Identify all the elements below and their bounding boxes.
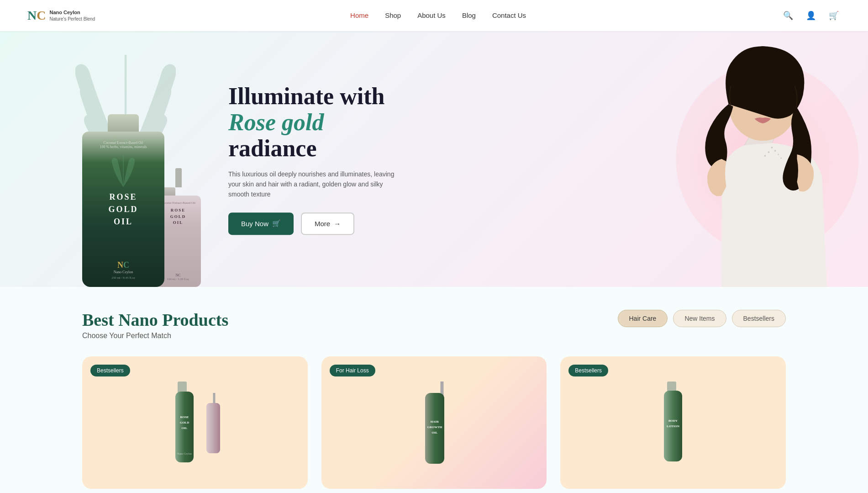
small-bottle-ingredient: Coconut Extract-Based Oil: [161, 201, 195, 205]
nav-link-shop[interactable]: Shop: [385, 11, 401, 19]
filter-hair-care[interactable]: Hair Care: [618, 310, 668, 327]
svg-point-10: [774, 150, 776, 152]
woman-figure-svg: [390, 31, 868, 287]
bottle-ingredient-text: Coconut Extract-Based Oil100 % herbs, vi…: [100, 141, 147, 149]
svg-point-12: [768, 151, 770, 153]
more-button[interactable]: More →: [301, 212, 354, 235]
search-button[interactable]: 🔍: [781, 9, 795, 22]
nav-link-blog[interactable]: Blog: [462, 11, 476, 19]
hero-model-area: [390, 31, 868, 287]
product-card-2[interactable]: For Hair Loss HAIR GROWTH OIL: [321, 356, 547, 489]
svg-point-14: [764, 155, 766, 157]
nav-item-contact[interactable]: Contact Us: [492, 11, 526, 20]
products-subtitle: Choose Your Perfect Match: [82, 332, 228, 340]
filter-new-items[interactable]: New Items: [673, 310, 726, 327]
logo[interactable]: NC Nano Ceylon Nature's Perfect Blend: [27, 9, 95, 22]
product-card-3[interactable]: Bestsellers BODY LOTION: [560, 356, 786, 489]
nav-link-home[interactable]: Home: [350, 11, 368, 19]
card-bottle-svg-3: BODY LOTION: [652, 382, 694, 473]
buy-now-label: Buy Now: [241, 220, 268, 228]
small-bottle-logo: NC: [175, 273, 180, 277]
svg-text:OIL: OIL: [182, 426, 188, 430]
svg-point-13: [781, 158, 782, 159]
navbar: NC Nano Ceylon Nature's Perfect Blend Ho…: [0, 0, 868, 31]
hero-products: Coconut Extract-Based Oil100 % herbs, vi…: [82, 114, 228, 287]
svg-rect-15: [178, 382, 187, 393]
card-bottle-svg-2: HAIR GROWTH OIL: [414, 382, 455, 473]
svg-text:BODY: BODY: [668, 419, 678, 423]
product-card-1[interactable]: Bestsellers ROSE GOLD OIL: [82, 356, 308, 489]
hero-section: Coconut Extract-Based Oil100 % herbs, vi…: [0, 31, 868, 287]
card-badge-1: Bestsellers: [90, 365, 130, 376]
bottle-cap-large: [108, 114, 139, 132]
bottle-product-name: ROSEGOLDOIL: [108, 191, 138, 228]
svg-rect-28: [667, 382, 676, 392]
logo-text: Nano Ceylon Nature's Perfect Blend: [49, 9, 95, 21]
spray-nozzle: [175, 168, 182, 187]
hero-title-line1: Illuminate with: [228, 83, 411, 109]
svg-text:LOTION: LOTION: [667, 424, 679, 428]
svg-text:Nano Ceylon: Nano Ceylon: [177, 452, 192, 455]
logo-icon: NC: [27, 9, 46, 22]
hero-buttons: Buy Now 🛒 More →: [228, 212, 411, 235]
hero-content: Illuminate with Rose gold radiance This …: [228, 83, 411, 235]
more-label: More: [315, 220, 330, 228]
cart-icon: 🛒: [829, 11, 839, 20]
svg-text:ROSE: ROSE: [180, 415, 189, 419]
hero-title-line2: Rose gold radiance: [228, 109, 411, 161]
product-cards: Bestsellers ROSE GOLD OIL: [82, 356, 786, 489]
filter-bestsellers[interactable]: Bestsellers: [732, 310, 786, 327]
nav-item-blog[interactable]: Blog: [462, 11, 476, 20]
nav-item-about[interactable]: About Us: [417, 11, 446, 20]
nav-icons: 🔍 👤 🛒: [781, 9, 841, 22]
bottle-brand-name: Nano Ceylon: [114, 270, 133, 274]
small-bottle-name: ROSEGOLDOIL: [170, 207, 186, 226]
bottle-large-body: Coconut Extract-Based Oil100 % herbs, vi…: [82, 132, 164, 287]
nav-links: Home Shop About Us Blog Contact Us: [350, 11, 526, 20]
card-bottle-small-svg-1: [198, 393, 226, 461]
card-badge-2: For Hair Loss: [330, 365, 375, 376]
cart-icon-btn: 🛒: [272, 219, 281, 228]
svg-text:HAIR: HAIR: [430, 420, 439, 424]
buy-now-button[interactable]: Buy Now 🛒: [228, 212, 294, 235]
products-title: Best Nano Products: [82, 310, 228, 330]
account-button[interactable]: 👤: [804, 9, 818, 22]
nav-link-contact[interactable]: Contact Us: [492, 11, 526, 19]
svg-text:GROWTH: GROWTH: [427, 425, 442, 429]
bottle-size-small: 100 ml / 3.38 fl.oz: [167, 277, 189, 281]
bottle-logo-mark: NC: [117, 260, 129, 270]
cart-button[interactable]: 🛒: [827, 9, 841, 22]
nav-link-about[interactable]: About Us: [417, 11, 446, 19]
svg-rect-22: [206, 403, 220, 453]
search-icon: 🔍: [783, 11, 793, 20]
hero-title-rose: Rose gold: [228, 109, 324, 135]
bottle-leaf-deco: [110, 153, 137, 189]
svg-point-9: [771, 147, 773, 148]
svg-text:OIL: OIL: [431, 431, 437, 435]
products-header: Best Nano Products Choose Your Perfect M…: [82, 310, 786, 340]
products-filters: Hair Care New Items Bestsellers: [618, 310, 786, 327]
bottle-size-large: 250 ml / 8.45 fl.oz: [111, 276, 135, 280]
svg-text:GOLD: GOLD: [180, 421, 189, 424]
hero-title-radiance: radiance: [228, 136, 317, 162]
products-section: Best Nano Products Choose Your Perfect M…: [0, 287, 868, 493]
user-icon: 👤: [806, 11, 816, 20]
card-badge-3: Bestsellers: [568, 365, 608, 376]
arrow-right-icon: →: [334, 220, 341, 228]
nav-item-shop[interactable]: Shop: [385, 11, 401, 20]
hero-description: This luxurious oil deeply nourishes and …: [228, 169, 402, 200]
products-title-area: Best Nano Products Choose Your Perfect M…: [82, 310, 228, 340]
svg-point-11: [778, 154, 779, 155]
nav-item-home[interactable]: Home: [350, 11, 368, 20]
